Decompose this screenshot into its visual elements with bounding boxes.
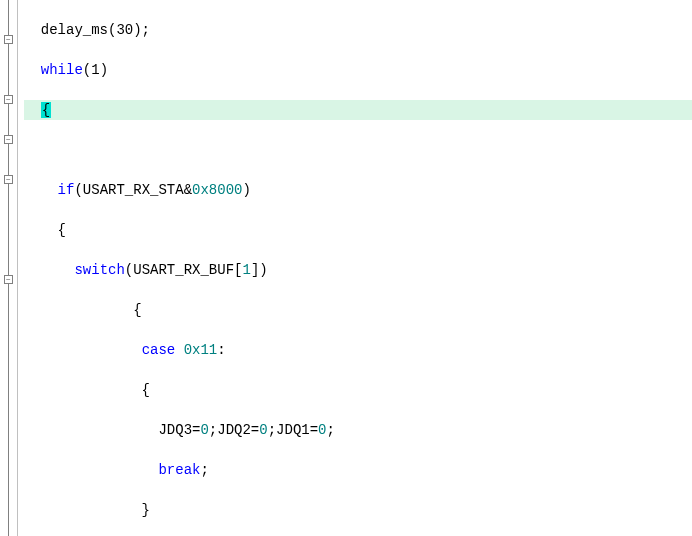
code-content[interactable]: delay_ms(30); while(1) { if(USART_RX_STA… (18, 0, 692, 536)
code-line (24, 140, 692, 160)
code-line: case 0x11: (24, 340, 692, 360)
fold-toggle-icon[interactable] (4, 275, 13, 284)
fold-toggle-icon[interactable] (4, 175, 13, 184)
fold-toggle-icon[interactable] (4, 135, 13, 144)
code-line: delay_ms(30); (24, 20, 692, 40)
fold-guide-line (8, 0, 9, 536)
code-line: JDQ3=0;JDQ2=0;JDQ1=0; (24, 420, 692, 440)
code-line: if(USART_RX_STA&0x8000) (24, 180, 692, 200)
code-line: } (24, 500, 692, 520)
fold-toggle-icon[interactable] (4, 95, 13, 104)
code-line: break; (24, 460, 692, 480)
cursor-brace: { (41, 102, 51, 118)
code-line-current: { (24, 100, 692, 120)
fold-gutter[interactable] (0, 0, 18, 536)
code-line: switch(USART_RX_BUF[1]) (24, 260, 692, 280)
code-line: while(1) (24, 60, 692, 80)
code-editor[interactable]: delay_ms(30); while(1) { if(USART_RX_STA… (0, 0, 692, 536)
code-line: { (24, 380, 692, 400)
fold-toggle-icon[interactable] (4, 35, 13, 44)
code-line: { (24, 300, 692, 320)
code-line: { (24, 220, 692, 240)
